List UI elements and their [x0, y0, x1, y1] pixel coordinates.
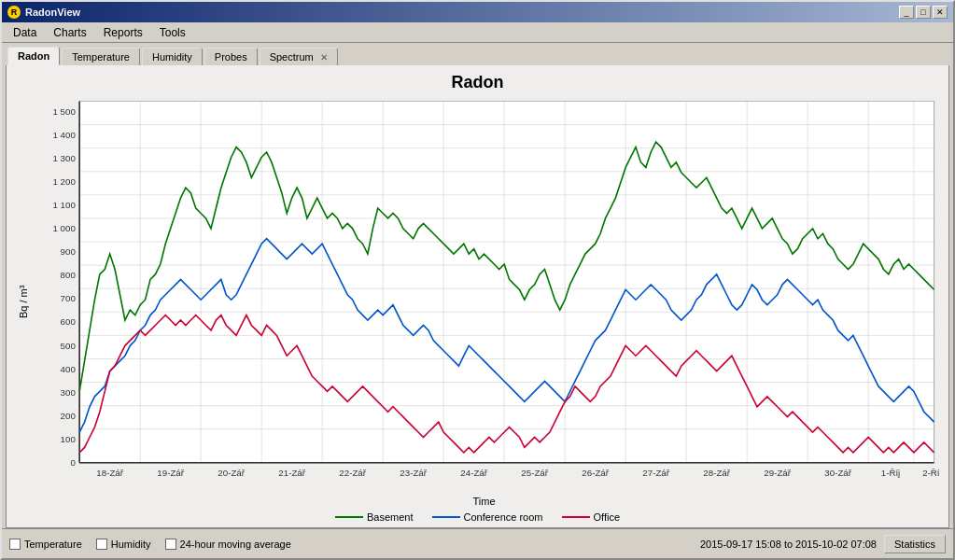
tab-humidity[interactable]: Humidity — [142, 48, 203, 65]
svg-text:600: 600 — [61, 316, 77, 327]
legend-conference-icon — [432, 512, 460, 522]
svg-text:400: 400 — [61, 364, 77, 374]
chart-svg: 0 100 200 300 400 500 600 700 800 900 1 … — [29, 96, 939, 494]
y-axis-label: Bq / m³ — [16, 96, 29, 507]
svg-text:500: 500 — [61, 341, 77, 351]
svg-rect-0 — [79, 101, 934, 462]
svg-text:900: 900 — [61, 246, 77, 257]
tab-spectrum-close[interactable]: ✕ — [320, 52, 328, 63]
title-bar: R RadonView _ □ ✕ — [2, 2, 953, 22]
tab-radon[interactable]: Radon — [7, 47, 60, 65]
content-area: Radon Bq / m³ — [6, 65, 949, 528]
svg-text:22-Zář: 22-Zář — [339, 468, 366, 478]
svg-text:28-Zář: 28-Zář — [703, 468, 730, 478]
legend-basement-label: Basement — [367, 511, 414, 523]
temperature-checkbox-label: Temperature — [24, 539, 82, 550]
menu-bar: Data Charts Reports Tools — [2, 22, 953, 43]
menu-charts[interactable]: Charts — [46, 24, 93, 41]
humidity-checkbox-box[interactable] — [96, 539, 107, 550]
legend-basement: Basement — [335, 511, 414, 523]
svg-text:1 200: 1 200 — [52, 176, 76, 187]
window-controls: _ □ ✕ — [899, 6, 948, 19]
menu-reports[interactable]: Reports — [96, 24, 150, 41]
title-bar-left: R RadonView — [7, 6, 80, 19]
chart-container: Bq / m³ — [7, 96, 948, 507]
24h-checkbox-box[interactable] — [165, 539, 176, 550]
svg-text:21-Zář: 21-Zář — [278, 468, 305, 478]
svg-text:1 100: 1 100 — [52, 200, 76, 210]
svg-text:700: 700 — [61, 293, 77, 303]
checkbox-24h-average[interactable]: 24-hour moving average — [165, 539, 291, 550]
svg-text:1 500: 1 500 — [52, 106, 76, 117]
legend-office-icon — [562, 512, 590, 522]
window-title: RadonView — [25, 7, 80, 18]
main-window: R RadonView _ □ ✕ Data Charts Reports To… — [0, 0, 955, 560]
svg-text:20-Zář: 20-Zář — [218, 468, 245, 478]
svg-text:19-Zář: 19-Zář — [157, 468, 184, 478]
svg-text:18-Zář: 18-Zář — [96, 468, 123, 478]
humidity-checkbox-label: Humidity — [111, 539, 151, 550]
tab-temperature[interactable]: Temperature — [62, 48, 140, 65]
chart-title: Radon — [7, 65, 948, 96]
svg-text:29-Zář: 29-Zář — [764, 468, 791, 478]
checkbox-humidity[interactable]: Humidity — [96, 539, 151, 550]
checkbox-temperature[interactable]: Temperature — [9, 539, 82, 550]
temperature-checkbox-box[interactable] — [9, 539, 21, 550]
statistics-button[interactable]: Statistics — [884, 535, 946, 553]
menu-data[interactable]: Data — [6, 24, 44, 41]
status-left: Temperature Humidity 24-hour moving aver… — [9, 539, 291, 550]
svg-text:1 300: 1 300 — [52, 153, 76, 163]
24h-checkbox-label: 24-hour moving average — [180, 539, 291, 550]
x-axis-label: Time — [29, 494, 939, 508]
svg-text:2-Říj: 2-Říj — [922, 468, 939, 478]
svg-text:27-Zář: 27-Zář — [642, 468, 669, 478]
svg-text:26-Zář: 26-Zář — [582, 468, 609, 478]
svg-text:1-Říj: 1-Říj — [881, 468, 901, 478]
status-right: 2015-09-17 15:08 to 2015-10-02 07:08 Sta… — [700, 535, 946, 553]
date-range: 2015-09-17 15:08 to 2015-10-02 07:08 — [700, 539, 877, 550]
legend-office: Office — [562, 511, 621, 523]
maximize-button[interactable]: □ — [916, 6, 931, 19]
chart-svg-area: 0 100 200 300 400 500 600 700 800 900 1 … — [29, 96, 939, 494]
close-button[interactable]: ✕ — [933, 6, 948, 19]
svg-text:1 400: 1 400 — [52, 130, 76, 140]
app-icon: R — [7, 6, 21, 19]
svg-text:23-Zář: 23-Zář — [400, 468, 427, 478]
legend-conference-label: Conference room — [464, 511, 543, 523]
legend-area: Basement Conference room Office — [7, 507, 948, 527]
svg-text:200: 200 — [61, 411, 77, 421]
svg-text:25-Zář: 25-Zář — [521, 468, 548, 478]
svg-text:800: 800 — [61, 270, 77, 280]
tab-probes[interactable]: Probes — [204, 48, 258, 65]
svg-text:1 000: 1 000 — [52, 223, 76, 233]
svg-text:100: 100 — [61, 434, 77, 444]
menu-tools[interactable]: Tools — [152, 24, 193, 41]
chart-inner: 0 100 200 300 400 500 600 700 800 900 1 … — [29, 96, 939, 507]
svg-text:0: 0 — [70, 457, 76, 468]
legend-office-label: Office — [594, 511, 621, 523]
legend-basement-icon — [335, 512, 363, 522]
svg-text:30-Zář: 30-Zář — [824, 468, 851, 478]
minimize-button[interactable]: _ — [899, 6, 914, 19]
legend-conference: Conference room — [432, 511, 543, 523]
tabs-bar: Radon Temperature Humidity Probes Spectr… — [2, 43, 953, 65]
status-bar: Temperature Humidity 24-hour moving aver… — [2, 528, 953, 558]
svg-text:24-Zář: 24-Zář — [460, 468, 487, 478]
svg-text:300: 300 — [61, 387, 77, 398]
tab-spectrum[interactable]: Spectrum ✕ — [260, 48, 338, 65]
